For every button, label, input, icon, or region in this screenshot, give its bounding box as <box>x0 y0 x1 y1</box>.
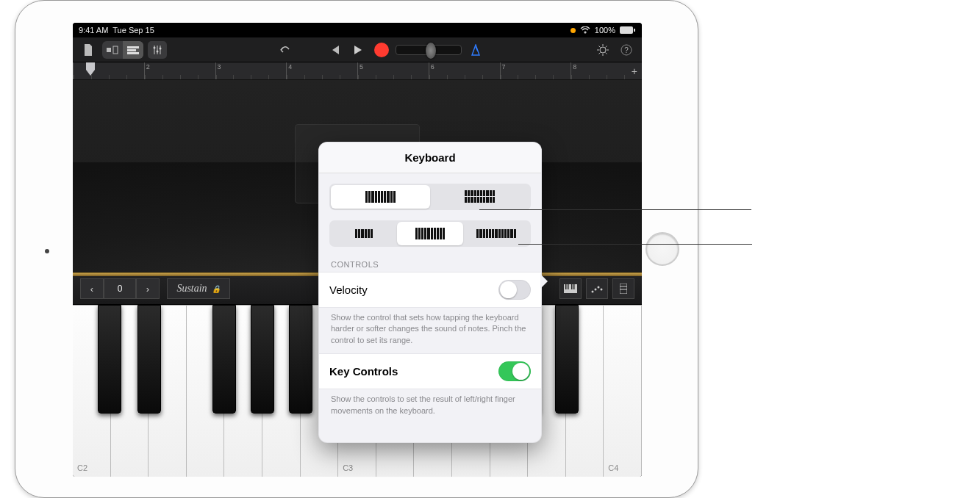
svg-rect-0 <box>620 26 633 34</box>
callout-line-2 <box>518 244 752 245</box>
svg-point-7 <box>154 46 156 48</box>
keyboard-layout-button[interactable] <box>559 278 582 299</box>
master-volume-slider[interactable] <box>396 45 462 55</box>
svg-text:?: ? <box>624 46 629 54</box>
battery-icon <box>620 26 636 34</box>
svg-point-9 <box>160 47 162 49</box>
play-button[interactable] <box>348 41 368 59</box>
popover-title: Keyboard <box>319 142 541 173</box>
ruler[interactable]: 2 3 4 5 6 7 8 + <box>73 62 642 80</box>
toolbar: ? <box>73 37 642 62</box>
view-switch[interactable] <box>102 41 143 59</box>
undo-button[interactable] <box>275 41 294 59</box>
scale-button[interactable] <box>612 278 634 299</box>
velocity-switch[interactable] <box>498 280 531 300</box>
metronome-button[interactable] <box>466 41 485 59</box>
white-key[interactable] <box>111 305 149 477</box>
keyboard-size-segment[interactable] <box>329 220 531 247</box>
wifi-icon <box>580 26 590 34</box>
white-key[interactable] <box>149 305 187 477</box>
velocity-label: Velocity <box>329 284 368 296</box>
camera-dot <box>45 249 49 253</box>
svg-point-19 <box>595 289 597 291</box>
svg-point-18 <box>592 291 594 293</box>
sustain-button[interactable]: Sustain 🔒 <box>167 278 230 299</box>
goto-start-button[interactable] <box>325 41 344 59</box>
svg-rect-2 <box>107 48 111 52</box>
svg-rect-5 <box>127 49 136 51</box>
track-controls-button[interactable] <box>148 41 167 59</box>
home-button[interactable] <box>645 232 679 266</box>
popover-arrow <box>540 274 548 289</box>
svg-rect-15 <box>568 284 569 289</box>
white-key[interactable] <box>187 305 225 477</box>
velocity-description: Show the control that sets how tapping t… <box>319 308 541 353</box>
svg-rect-17 <box>573 284 575 289</box>
size-large-option[interactable] <box>463 222 529 245</box>
octave-down-button[interactable]: ‹ <box>80 278 104 299</box>
octave-display: 0 <box>104 278 136 299</box>
svg-point-20 <box>598 286 600 289</box>
svg-point-21 <box>601 289 603 291</box>
white-key[interactable] <box>262 305 301 477</box>
octave-up-button[interactable]: › <box>136 278 160 299</box>
white-key[interactable] <box>224 305 262 477</box>
lock-icon: 🔒 <box>212 285 221 293</box>
svg-rect-22 <box>620 284 627 294</box>
my-songs-button[interactable] <box>79 41 98 59</box>
battery-label: 100% <box>595 26 615 35</box>
callout-line-1 <box>479 209 751 210</box>
keycontrols-row[interactable]: Key Controls <box>319 353 541 389</box>
keyboard-rows-segment[interactable] <box>329 184 531 210</box>
ipad-frame: 9:41 AM Tue Sep 15 100% <box>15 0 698 498</box>
white-key[interactable] <box>73 305 111 477</box>
single-row-option[interactable] <box>331 185 430 209</box>
settings-button[interactable] <box>593 41 612 59</box>
status-time: 9:41 AM Tue Sep 15 <box>79 26 154 35</box>
browser-view-icon[interactable] <box>102 41 123 59</box>
svg-point-10 <box>600 47 606 53</box>
record-button[interactable] <box>372 41 391 59</box>
arpeggiator-button[interactable] <box>586 278 608 299</box>
svg-rect-14 <box>565 284 567 289</box>
size-small-option[interactable] <box>331 222 397 245</box>
keyboard-settings-popover: Keyboard CONTROLS <box>318 142 542 443</box>
svg-point-8 <box>157 50 159 52</box>
double-row-option[interactable] <box>430 185 529 209</box>
velocity-row[interactable]: Velocity <box>319 272 541 308</box>
svg-rect-6 <box>127 52 139 54</box>
svg-rect-16 <box>571 284 573 289</box>
white-key[interactable] <box>604 305 642 477</box>
keycontrols-switch[interactable] <box>498 361 531 381</box>
controls-section-label: CONTROLS <box>331 260 529 269</box>
size-medium-option[interactable] <box>397 222 463 245</box>
add-section-button[interactable]: + <box>632 65 637 77</box>
svg-rect-4 <box>127 46 139 48</box>
help-button[interactable]: ? <box>617 41 636 59</box>
keycontrols-description: Show the controls to set the result of l… <box>319 389 541 424</box>
tracks-view-icon[interactable] <box>123 41 143 59</box>
recording-dot-icon <box>571 28 576 33</box>
keycontrols-label: Key Controls <box>329 365 398 378</box>
status-bar: 9:41 AM Tue Sep 15 100% <box>73 23 642 37</box>
svg-rect-1 <box>634 29 635 32</box>
svg-rect-3 <box>113 46 118 54</box>
white-key[interactable] <box>566 305 604 477</box>
